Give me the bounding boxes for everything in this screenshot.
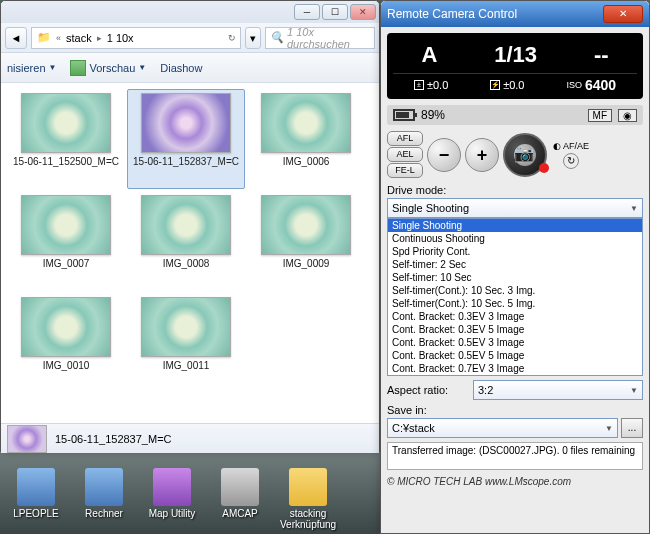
search-icon: 🔍	[270, 31, 284, 44]
ael-button[interactable]: AEL	[387, 147, 423, 162]
drive-mode-option[interactable]: Self-timer: 2 Sec	[388, 258, 642, 271]
file-name: IMG_0010	[11, 360, 121, 372]
file-thumbnail[interactable]: IMG_0010	[7, 293, 125, 393]
drive-mode-option[interactable]: Cont. Bracket: 0.5EV 3 Image	[388, 336, 642, 349]
remote-camera-window: Remote Camera Control ✕ A 1/13 -- ±±0.0 …	[380, 0, 650, 534]
thumbnail-image	[141, 297, 231, 357]
shortcut-label: LPEOPLE	[8, 508, 64, 519]
explorer-titlebar[interactable]: ─ ☐ ✕	[1, 1, 379, 23]
file-thumbnail[interactable]: IMG_0008	[127, 191, 245, 291]
drive-mode-listbox[interactable]: Single ShootingContinuous ShootingSpd Pr…	[387, 218, 643, 376]
ev-icon: ±	[414, 80, 424, 90]
drive-mode-label: Drive mode:	[387, 184, 643, 196]
status-thumbnail	[7, 425, 47, 453]
ev-comp: ±0.0	[427, 79, 448, 91]
drive-mode-option[interactable]: Cont. Bracket: 0.3EV 3 Image	[388, 310, 642, 323]
aspect-label: Aspect ratio:	[387, 384, 467, 396]
close-button[interactable]: ✕	[350, 4, 376, 20]
thumbnail-image	[141, 195, 231, 255]
record-icon[interactable]	[539, 163, 549, 173]
file-thumbnail[interactable]: IMG_0011	[127, 293, 245, 393]
folder-icon: 📁	[34, 31, 54, 44]
shortcut-label: Rechner	[76, 508, 132, 519]
preview-icon	[70, 60, 86, 76]
close-button[interactable]: ✕	[603, 5, 643, 23]
shortcut-icon	[153, 468, 191, 506]
slideshow-button[interactable]: Diashow	[160, 62, 202, 74]
drive-mode-option[interactable]: Self-timer: 10 Sec	[388, 271, 642, 284]
drive-mode-option[interactable]: Cont. Bracket: 0.7EV 5 Image	[388, 375, 642, 376]
focus-mode[interactable]: MF	[588, 109, 612, 122]
drive-mode-combo[interactable]: Single Shooting▼	[387, 198, 643, 218]
camera-controls: AFL AEL FE-L − + 📷 ◐ AF/AE ↻	[387, 131, 643, 178]
browse-button[interactable]: ...	[621, 418, 643, 438]
file-thumbnail[interactable]: 15-06-11_152837_M=C	[127, 89, 245, 189]
file-thumbnail[interactable]: IMG_0007	[7, 191, 125, 291]
desktop-shortcut[interactable]: AMCAP	[212, 468, 268, 530]
thumbnail-image	[141, 93, 231, 153]
explorer-navbar: ◄ 📁 « stack ▸ 1 10x ↻ ▾ 🔍 1 10x durchsuc…	[1, 23, 379, 53]
exposure-mode: A	[421, 42, 437, 68]
thumbnail-image	[261, 195, 351, 255]
organize-menu[interactable]: nisieren▼	[7, 62, 56, 74]
shortcut-icon	[17, 468, 55, 506]
fel-button[interactable]: FE-L	[387, 163, 423, 178]
rcc-titlebar[interactable]: Remote Camera Control ✕	[381, 1, 649, 27]
thumbnail-image	[21, 93, 111, 153]
drive-mode-option[interactable]: Cont. Bracket: 0.3EV 5 Image	[388, 323, 642, 336]
file-thumbnail[interactable]: 15-06-11_152500_M=C	[7, 89, 125, 189]
afae-label: AF/AE	[563, 141, 589, 151]
explorer-file-pane[interactable]: 15-06-11_152500_M=C15-06-11_152837_M=CIM…	[1, 83, 379, 423]
desktop-shortcut[interactable]: LPEOPLE	[8, 468, 64, 530]
drive-mode-option[interactable]: Cont. Bracket: 0.5EV 5 Image	[388, 349, 642, 362]
breadcrumb[interactable]: 📁 « stack ▸ 1 10x ↻	[31, 27, 241, 49]
iso-label: ISO	[566, 80, 582, 90]
drive-mode-section: Drive mode: Single Shooting▼ Single Shoo…	[387, 184, 643, 376]
thumbnail-image	[21, 297, 111, 357]
desktop-shortcut[interactable]: Rechner	[76, 468, 132, 530]
shortcut-icon	[85, 468, 123, 506]
breadcrumb-seg[interactable]: stack	[63, 32, 95, 44]
file-name: IMG_0006	[251, 156, 361, 168]
file-thumbnail[interactable]: IMG_0009	[247, 191, 365, 291]
drive-mode-option[interactable]: Spd Priority Cont.	[388, 245, 642, 258]
breadcrumb-seg[interactable]: 1 10x	[104, 32, 137, 44]
file-thumbnail[interactable]: IMG_0006	[247, 89, 365, 189]
search-placeholder: 1 10x durchsuchen	[287, 26, 370, 50]
refresh-icon[interactable]: ↻	[226, 33, 238, 43]
thumbnail-image	[21, 195, 111, 255]
drive-mode-option[interactable]: Cont. Bracket: 0.7EV 3 Image	[388, 362, 642, 375]
minimize-button[interactable]: ─	[294, 4, 320, 20]
refresh-button[interactable]: ↻	[563, 153, 579, 169]
breadcrumb-dropdown[interactable]: ▾	[245, 27, 261, 49]
camera-status-row: 89% MF ◉	[387, 105, 643, 125]
minus-button[interactable]: −	[427, 138, 461, 172]
iso-value: 6400	[585, 77, 616, 93]
rcc-title: Remote Camera Control	[387, 7, 603, 21]
flash-ev-icon: ⚡	[490, 80, 500, 90]
explorer-statusbar: 15-06-11_152837_M=C	[1, 423, 379, 453]
flash-ev: ±0.0	[503, 79, 524, 91]
file-name: 15-06-11_152837_M=C	[131, 156, 241, 168]
footer-credit: © MICRO TECH LAB www.LMscope.com	[387, 476, 643, 487]
back-button[interactable]: ◄	[5, 27, 27, 49]
aspect-combo[interactable]: 3:2▼	[473, 380, 643, 400]
file-name: IMG_0008	[131, 258, 241, 270]
battery-icon	[393, 109, 415, 121]
metering-icon[interactable]: ◉	[618, 109, 637, 122]
drive-mode-option[interactable]: Continuous Shooting	[388, 232, 642, 245]
drive-mode-option[interactable]: Single Shooting	[388, 219, 642, 232]
search-input[interactable]: 🔍 1 10x durchsuchen	[265, 27, 375, 49]
save-path-combo[interactable]: C:¥stack▼	[387, 418, 618, 438]
drive-mode-option[interactable]: Self-timer(Cont.): 10 Sec. 3 Img.	[388, 284, 642, 297]
thumbnail-image	[261, 93, 351, 153]
desktop-shortcut[interactable]: stacking Verknüpfung	[280, 468, 336, 530]
battery-percent: 89%	[421, 108, 445, 122]
preview-menu[interactable]: Vorschau▼	[70, 60, 146, 76]
afl-button[interactable]: AFL	[387, 131, 423, 146]
drive-mode-option[interactable]: Self-timer(Cont.): 10 Sec. 5 Img.	[388, 297, 642, 310]
desktop-shortcut[interactable]: Map Utility	[144, 468, 200, 530]
maximize-button[interactable]: ☐	[322, 4, 348, 20]
plus-button[interactable]: +	[465, 138, 499, 172]
shortcut-label: AMCAP	[212, 508, 268, 519]
